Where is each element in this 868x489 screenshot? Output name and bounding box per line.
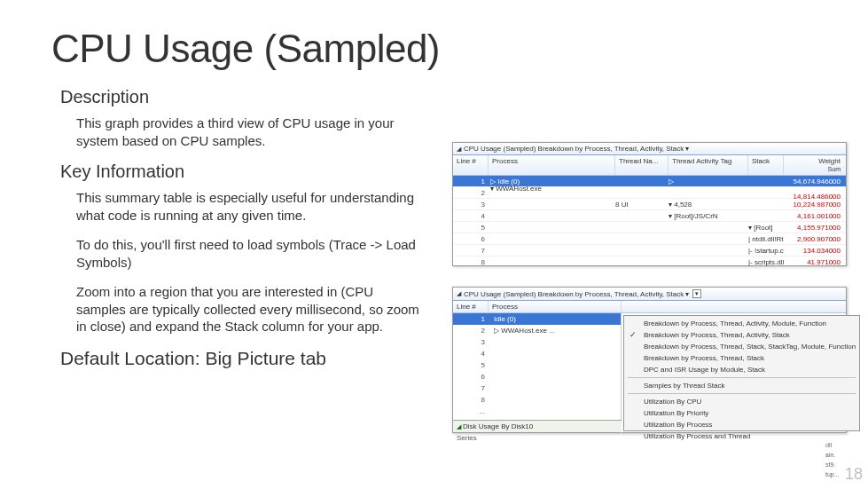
col-header-weight[interactable]: Weight Sum: [784, 155, 846, 175]
cell-weight: 134.034000: [784, 247, 846, 255]
keyinfo-p2: To do this, you'll first need to load sy…: [76, 236, 424, 271]
cell-line: 5: [453, 361, 489, 369]
graph-title-bar: ◢ CPU Usage (Sampled) Breakdown by Proce…: [453, 143, 846, 155]
menu-item[interactable]: Breakdown by Process, Thread, Stack: [624, 352, 859, 364]
cell-line: 4: [453, 212, 489, 220]
col-header-process-2[interactable]: Process: [489, 301, 622, 312]
bottom-graph-tab[interactable]: ◢ Disk Usage By Disk10: [453, 420, 622, 432]
graph-title-bar-2: ◢ CPU Usage (Sampled) Breakdown by Proce…: [453, 288, 846, 301]
menu-separator: [628, 377, 856, 378]
screenshot-preset-menu: ◢ CPU Usage (Sampled) Breakdown by Proce…: [452, 287, 847, 433]
cell-line: 6: [453, 373, 489, 381]
col-header-line[interactable]: Line #: [453, 155, 489, 175]
menu-item[interactable]: Utilization By Priority: [624, 407, 859, 419]
table-row[interactable]: 6| ntdll.dll!RtlUserThreadS...2,900.9070…: [453, 233, 846, 245]
col-header-activitytag[interactable]: Thread Activity Tag: [669, 155, 748, 175]
slide-title: CPU Usage (Sampled): [51, 27, 868, 71]
cell-stack: ▾ [Root]: [748, 224, 784, 232]
cell-process: ▾ WWAHost.exe 14,814.486000: [489, 185, 846, 201]
table-row[interactable]: 8: [453, 394, 621, 406]
cell-process: ▷ WWAHost.exe ...: [489, 327, 621, 335]
col-header-process[interactable]: Process: [489, 155, 615, 175]
menu-item[interactable]: Breakdown by Process, Thread, Activity, …: [624, 329, 859, 341]
cell-activity: ▾ [Root]/JS/CrN: [669, 212, 748, 220]
cell-line: 7: [453, 384, 489, 392]
keyinfo-p1: This summary table is especially useful …: [76, 189, 424, 224]
cell-stack: |- scripts.dll !...: [748, 258, 784, 266]
content-column: Description This graph provides a third …: [51, 87, 424, 369]
cell-weight: 4,155.971000: [784, 224, 846, 232]
menu-item[interactable]: Utilization By Process and Thread: [624, 430, 859, 442]
col-header-line-2[interactable]: Line #: [453, 301, 489, 312]
cell-line: 2: [453, 189, 489, 197]
table-row[interactable]: 1Idle (0): [453, 313, 621, 325]
cell-line: 7: [453, 247, 489, 255]
cell-line: 4: [453, 350, 489, 358]
cell-threadname: 8 UI: [615, 201, 669, 209]
cell-line: 2: [453, 327, 489, 335]
menu-item[interactable]: Samples by Thread Stack: [624, 380, 859, 391]
cell-weight: 10,224.987000: [784, 201, 846, 209]
description-body: This graph provides a third view of CPU …: [76, 114, 424, 149]
table-row[interactable]: 7: [453, 383, 621, 394]
cell-line: 6: [453, 235, 489, 243]
cell-line: 8: [453, 258, 489, 266]
table-row[interactable]: 4▾ [Root]/JS/CrN4,161.001000: [453, 210, 846, 222]
collapse-icon: ◢: [457, 290, 461, 297]
graph-title-text-2: CPU Usage (Sampled) Breakdown by Process…: [464, 290, 689, 298]
menu-item[interactable]: DPC and ISR Usage by Module, Stack: [624, 364, 859, 375]
keyinfo-p3: Zoom into a region that you are interest…: [76, 283, 424, 335]
table-row[interactable]: ...: [453, 406, 621, 417]
table-row[interactable]: 2▾ WWAHost.exe 14,814.486000: [453, 187, 846, 199]
col-header-sum-text: Sum: [828, 166, 841, 172]
series-label: Series: [453, 432, 481, 444]
col-header-threadname[interactable]: Thread Na...: [615, 155, 669, 175]
cell-stack: |- !startup.cpp:51: [748, 247, 784, 255]
cell-weight: 2,900.907000: [784, 235, 846, 243]
right-text-fragments: dllain.st9.tup...: [825, 442, 841, 481]
cell-activity: ▾ 4,528: [669, 201, 748, 209]
menu-item[interactable]: Breakdown by Process, Thread, Activity, …: [624, 318, 859, 329]
collapse-icon: ◢: [457, 146, 461, 153]
graph-title-text: CPU Usage (Sampled) Breakdown by Process…: [464, 145, 689, 153]
table-header-row: Line # Process Thread Na... Thread Activ…: [453, 155, 846, 176]
table-row[interactable]: 2▷ WWAHost.exe ...: [453, 325, 621, 336]
bottom-tab-label: Disk Usage By Disk10: [463, 422, 533, 430]
menu-item[interactable]: Utilization By CPU: [624, 396, 859, 407]
table-row[interactable]: 5: [453, 359, 621, 371]
menu-item[interactable]: Breakdown by Process, Thread, Stack, Sta…: [624, 341, 859, 352]
cell-weight: 41.971000: [784, 258, 846, 266]
cell-line: 1: [453, 177, 489, 185]
menu-separator: [628, 393, 856, 394]
table-row[interactable]: 7|- !startup.cpp:51134.034000: [453, 245, 846, 256]
table-row[interactable]: 8|- scripts.dll !...41.971000: [453, 256, 846, 268]
preset-dropdown-icon[interactable]: ▾: [692, 289, 701, 298]
cell-weight: 4,161.001000: [784, 212, 846, 220]
section-heading-description: Description: [60, 87, 424, 107]
section-heading-keyinfo: Key Information: [60, 162, 424, 182]
table-row[interactable]: 6: [453, 371, 621, 383]
col-header-stack[interactable]: Stack: [748, 155, 784, 175]
preset-context-menu[interactable]: Breakdown by Process, Thread, Activity, …: [623, 315, 860, 431]
cell-line: 3: [453, 201, 489, 209]
cell-line: ...: [453, 407, 489, 415]
table-row[interactable]: 4: [453, 348, 621, 359]
cell-line: 1: [453, 315, 489, 323]
col-header-weight-text: Weight: [818, 157, 841, 165]
collapse-icon: ◢: [457, 423, 461, 430]
page-number: 18: [845, 465, 863, 484]
cell-line: 5: [453, 224, 489, 232]
cell-line: 8: [453, 396, 489, 404]
screenshot-table-view: ◢ CPU Usage (Sampled) Breakdown by Proce…: [452, 142, 847, 266]
default-location: Default Location: Big Picture tab: [60, 348, 424, 369]
table-rows-2: 1Idle (0)2▷ WWAHost.exe ...345678...: [453, 313, 622, 433]
table-row[interactable]: 5▾ [Root]4,155.971000: [453, 222, 846, 233]
cell-stack: | ntdll.dll!RtlUserThreadS...: [748, 235, 784, 243]
table-row[interactable]: 3: [453, 336, 621, 348]
cell-line: 3: [453, 338, 489, 346]
menu-item[interactable]: Utilization By Process: [624, 419, 859, 430]
table-header-row-2: Line # Process: [453, 301, 846, 313]
cell-process: Idle (0): [489, 315, 621, 323]
